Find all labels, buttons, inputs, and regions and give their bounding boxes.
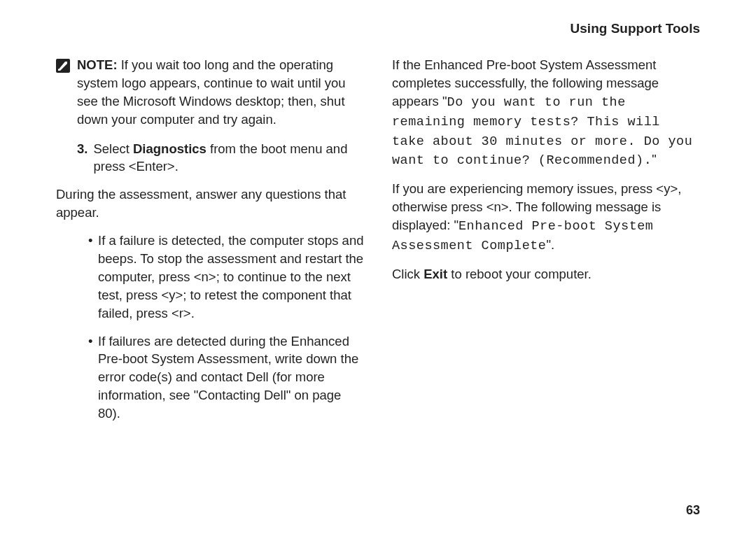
t: Select [93, 141, 133, 156]
diagnostics-word: Diagnostics [133, 141, 206, 156]
right-column: If the Enhanced Pre-boot System Assessme… [392, 56, 700, 432]
manual-page: Using Support Tools NOTE: If you wait to… [0, 0, 756, 536]
exit-word: Exit [424, 267, 447, 281]
note-text: If you wait too long and the operating s… [77, 57, 346, 127]
t: " [652, 152, 657, 167]
section-header: Using Support Tools [56, 21, 700, 36]
note-body: NOTE: If you wait too long and the opera… [77, 56, 364, 129]
note-icon [56, 59, 70, 73]
list-item: If a failure is detected, the computer s… [88, 232, 364, 322]
left-column: NOTE: If you wait too long and the opera… [56, 56, 364, 432]
note-block: NOTE: If you wait too long and the opera… [56, 56, 364, 129]
t: Click [392, 267, 424, 281]
content-columns: NOTE: If you wait too long and the opera… [56, 56, 700, 432]
list-item: If failures are detected during the Enha… [88, 332, 364, 423]
note-label: NOTE: [77, 57, 118, 72]
bullet-list: If a failure is detected, the computer s… [88, 232, 364, 423]
answer-paragraph: During the assessment, answer any questi… [56, 185, 364, 222]
paragraph-memory: If you are experiencing memory issues, p… [392, 180, 700, 255]
step-3: 3. Select Diagnostics from the boot menu… [77, 140, 364, 176]
step-text: Select Diagnostics from the boot menu an… [93, 140, 364, 176]
page-number: 63 [686, 503, 700, 518]
paragraph-exit: Click Exit to reboot your computer. [392, 265, 700, 283]
t: to reboot your computer. [447, 267, 592, 281]
step-number: 3. [77, 140, 88, 176]
t: ". [546, 237, 554, 252]
paragraph-success: If the Enhanced Pre-boot System Assessme… [392, 56, 700, 170]
